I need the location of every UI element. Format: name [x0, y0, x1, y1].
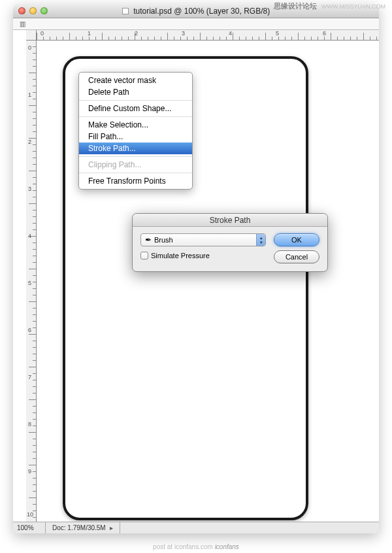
zoom-level[interactable]: 100% — [13, 522, 46, 534]
tool-dropdown[interactable]: ✒ Brush — [140, 233, 266, 246]
brush-icon: ✒ — [145, 235, 152, 244]
ok-button[interactable]: OK — [274, 233, 319, 246]
image-credit: post at iconfans.com iconfans — [0, 543, 392, 550]
document-tab-bar[interactable]: ▥ — [13, 18, 379, 30]
simulate-pressure-label: Simulate Pressure — [151, 252, 210, 260]
menu-clipping-path: Clipping Path... — [79, 159, 192, 171]
doc-size-readout[interactable]: Doc: 1.79M/30.5M ▸ — [46, 522, 120, 534]
stroke-path-dialog: Stroke Path ✒ Brush Simulate Pressure OK — [132, 213, 328, 272]
menu-stroke-path[interactable]: Stroke Path... — [79, 142, 192, 154]
simulate-pressure-checkbox[interactable] — [140, 252, 148, 260]
vertical-ruler[interactable]: 0 1 2 3 4 5 6 7 8 9 10 — [26, 41, 37, 522]
cancel-button[interactable]: Cancel — [274, 250, 319, 263]
chevron-right-icon[interactable]: ▸ — [110, 522, 113, 534]
menu-separator — [79, 156, 192, 157]
status-bar: 100% Doc: 1.79M/30.5M ▸ — [13, 522, 379, 533]
layers-icon: ▥ — [20, 20, 25, 27]
watermark-url: WWW.MISSYUAN.COM — [321, 3, 385, 10]
ruler-origin[interactable] — [26, 30, 37, 41]
menu-fill-path[interactable]: Fill Path... — [79, 131, 192, 142]
watermark: 思缘设计论坛 WWW.MISSYUAN.COM — [274, 1, 385, 11]
context-menu: Create vector mask Delete Path Define Cu… — [78, 72, 193, 190]
menu-free-transform-points[interactable]: Free Transform Points — [79, 175, 192, 187]
menu-delete-path[interactable]: Delete Path — [79, 86, 192, 98]
dialog-title: Stroke Path — [133, 214, 327, 227]
chevron-updown-icon[interactable] — [256, 234, 265, 246]
menu-separator — [79, 173, 192, 173]
menu-create-vector-mask[interactable]: Create vector mask — [79, 75, 192, 86]
menu-separator — [79, 116, 192, 117]
watermark-text: 思缘设计论坛 — [274, 2, 317, 10]
tool-dropdown-label: Brush — [154, 236, 256, 244]
horizontal-ruler[interactable]: 0 1 2 3 4 5 6 — [37, 30, 379, 41]
menu-define-custom-shape[interactable]: Define Custom Shape... — [79, 103, 192, 114]
menu-make-selection[interactable]: Make Selection... — [79, 119, 192, 131]
document-icon — [122, 8, 129, 14]
menu-separator — [79, 100, 192, 101]
photoshop-window: tutorial.psd @ 100% (Layer 30, RGB/8) ▥ … — [13, 4, 379, 533]
